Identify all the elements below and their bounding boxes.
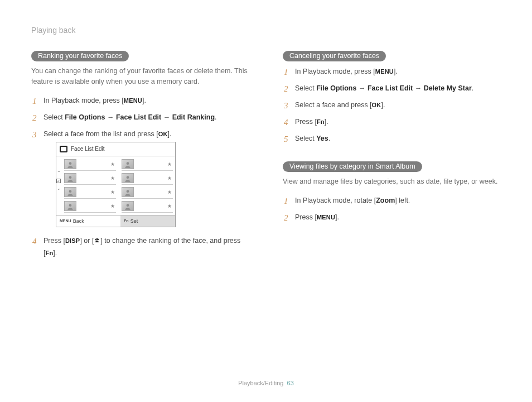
macro-flower-icon [94, 236, 100, 247]
ok-button-label: OK [372, 102, 381, 108]
text: ]. [53, 249, 57, 257]
section-intro: View and manage files by categories, suc… [283, 176, 501, 187]
text: Press [ [295, 213, 317, 221]
face-cell: ★ [64, 186, 116, 199]
text: In Playback mode, press [ [43, 97, 124, 104]
text: Delete My Star [424, 84, 472, 92]
step-1: In Playback mode, press [MENU]. [31, 95, 249, 106]
fn-button-label: Fn [45, 250, 53, 256]
text: File Options [316, 84, 356, 92]
face-thumb [64, 173, 76, 183]
menu-button-label: MENU [375, 68, 394, 75]
face-thumb [122, 187, 134, 197]
text: . [215, 113, 216, 121]
svg-point-6 [69, 204, 72, 207]
fn-button-label: Fn [124, 218, 129, 224]
nav-arrows: ⌃ ✓ ⌄ [56, 170, 61, 193]
page-footer: Playback/Editing 63 [0, 380, 532, 386]
text: ]. [381, 101, 385, 109]
face-thumb [64, 201, 76, 211]
star-icon: ★ [110, 160, 115, 168]
left-column: Ranking your favorite faces You can chan… [31, 50, 249, 264]
screen-title-bar: Face List Edit [56, 142, 175, 156]
text: → [161, 113, 172, 121]
star-icon: ★ [110, 174, 115, 182]
section-heading-ranking: Ranking your favorite faces [31, 51, 129, 61]
svg-point-1 [126, 162, 129, 165]
text: Select [295, 84, 316, 92]
text: Select [295, 135, 316, 142]
face-thumb [122, 173, 134, 183]
text: ]. [394, 68, 398, 75]
step-1: In Playback mode, rotate [Zoom] left. [283, 195, 501, 206]
face-cell: ★ [64, 173, 116, 185]
disp-button-label: DISP [65, 237, 80, 244]
face-thumb [122, 159, 134, 169]
text: Select a face from the list and press [ [43, 130, 158, 138]
text: Select a face and press [ [295, 101, 372, 109]
star-icon: ★ [167, 202, 172, 210]
text: Edit Ranking [172, 113, 215, 121]
text: In Playback mode, rotate [ [295, 197, 376, 204]
screen-footer: MENUBack FnSet [56, 215, 175, 227]
step-3: Select a face and press [OK]. [283, 99, 501, 111]
right-column: Canceling your favorite faces In Playbac… [283, 50, 501, 264]
text: ]. [325, 118, 328, 126]
chevron-up-icon: ⌃ [57, 170, 61, 177]
star-icon: ★ [110, 188, 115, 196]
face-thumb [64, 187, 76, 197]
text: Select [43, 113, 65, 121]
menu-button-label: MENU [317, 214, 335, 221]
face-cell: ★ [122, 173, 173, 185]
star-icon: ★ [110, 202, 115, 210]
section-heading-smart-album: Viewing files by category in Smart Album [283, 161, 422, 172]
footer-section: Playback/Editing [238, 380, 283, 386]
step-4: Press [DISP] or [] to change the ranking… [31, 235, 249, 259]
star-icon: ★ [167, 188, 172, 196]
face-icon [60, 146, 67, 152]
text: Press [ [295, 118, 317, 126]
set-label: Set [130, 217, 138, 225]
step-2: Press [MENU]. [283, 212, 501, 223]
step-3: Select a face from the list and press [O… [31, 128, 249, 227]
text: ] left. [395, 197, 410, 204]
svg-point-3 [126, 176, 129, 179]
text: ]. [142, 97, 146, 104]
text: → [105, 113, 115, 121]
fn-button-label: Fn [317, 118, 325, 125]
back-label: Back [73, 217, 84, 225]
section-heading-canceling: Canceling your favorite faces [283, 51, 386, 61]
step-2: Select File Options → Face List Edit → D… [283, 83, 501, 94]
step-2: Select File Options → Face List Edit → E… [31, 112, 249, 123]
ok-button-label: OK [158, 131, 168, 137]
section-intro: You can change the ranking of your favor… [31, 66, 249, 87]
chevron-down-icon: ⌄ [57, 185, 61, 193]
page-title: Playing back [31, 26, 501, 35]
star-icon: ★ [167, 160, 172, 168]
text: Press [ [43, 237, 65, 245]
svg-point-0 [69, 162, 72, 165]
screen-title-text: Face List Edit [71, 145, 105, 154]
checkbox-icon: ✓ [56, 179, 61, 183]
step-4: Press [Fn]. [283, 116, 501, 127]
text: . [328, 135, 330, 142]
text: ] or [ [80, 237, 94, 245]
step-5: Select Yes. [283, 133, 501, 144]
menu-button-label: MENU [60, 218, 71, 224]
page-number: 63 [287, 380, 294, 386]
text: . [472, 84, 473, 92]
face-list-screen: Face List Edit ⌃ ✓ ⌄ ★ ★ ★ [56, 142, 176, 227]
menu-button-label: MENU [124, 97, 142, 104]
text: ]. [168, 130, 172, 138]
svg-point-2 [69, 176, 72, 179]
svg-point-5 [126, 190, 129, 193]
face-cell: ★ [122, 186, 173, 199]
text: → [413, 84, 423, 92]
svg-point-4 [69, 190, 72, 193]
step-1: In Playback mode, press [MENU]. [283, 66, 501, 77]
face-thumb [64, 159, 76, 169]
text: Face List Edit [116, 113, 161, 121]
face-cell: ★ [64, 159, 116, 171]
text: File Options [65, 113, 105, 121]
svg-point-7 [126, 204, 129, 207]
